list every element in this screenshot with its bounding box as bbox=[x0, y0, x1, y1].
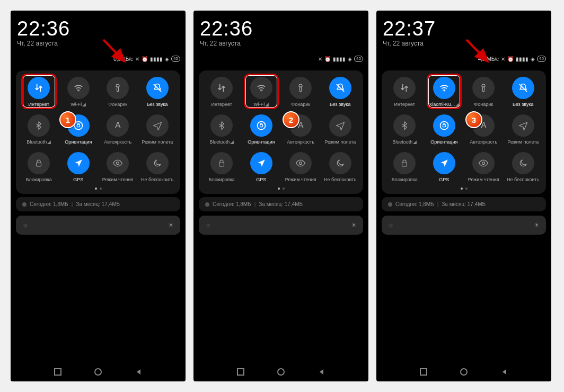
lock-rot-icon[interactable] bbox=[250, 114, 272, 137]
eye-icon[interactable] bbox=[289, 152, 312, 174]
tile-mute[interactable]: Без звука bbox=[321, 77, 360, 107]
back-button[interactable] bbox=[500, 368, 508, 376]
brightness-slider[interactable]: ☼☀ bbox=[16, 216, 180, 235]
tile-bt[interactable]: Bluetooth◢ bbox=[19, 114, 59, 145]
eye-icon[interactable] bbox=[472, 152, 495, 174]
svg-rect-5 bbox=[55, 369, 61, 375]
back-button[interactable] bbox=[134, 368, 143, 376]
svg-rect-10 bbox=[260, 124, 262, 127]
mute-icon[interactable] bbox=[329, 77, 351, 99]
wifi-icon[interactable] bbox=[67, 77, 90, 99]
lock-rot-icon[interactable] bbox=[67, 114, 90, 137]
A-icon[interactable]: A bbox=[289, 114, 312, 137]
tile-gps[interactable]: GPS bbox=[242, 152, 281, 182]
lock-icon[interactable] bbox=[28, 152, 50, 174]
brightness-slider[interactable]: ☼☀ bbox=[199, 216, 363, 235]
tile-orient[interactable]: Ориентация bbox=[425, 114, 464, 145]
tile-mute[interactable]: Без звука bbox=[138, 77, 178, 107]
usage-month: За месяц: 17,4МБ bbox=[442, 201, 486, 207]
back-button[interactable] bbox=[317, 368, 325, 376]
tile-bt[interactable]: Bluetooth◢ bbox=[202, 114, 242, 145]
eye-icon[interactable] bbox=[107, 152, 129, 174]
lock-icon[interactable] bbox=[210, 152, 233, 174]
tile-read[interactable]: Режим чтения bbox=[281, 152, 321, 182]
recent-apps-button[interactable] bbox=[236, 368, 245, 376]
tile-internet[interactable]: Интернет bbox=[385, 77, 425, 107]
tile-orient[interactable]: Ориентация bbox=[242, 114, 281, 145]
tile-gps[interactable]: GPS bbox=[59, 152, 99, 182]
flash-icon[interactable] bbox=[107, 77, 129, 99]
tile-dnd[interactable]: Не беспокоить bbox=[321, 152, 360, 182]
tile-dnd[interactable]: Не беспокоить bbox=[138, 152, 178, 182]
tile-lock[interactable]: Блокировка bbox=[19, 152, 59, 182]
wifi-icon[interactable] bbox=[250, 77, 272, 99]
tile-airplane[interactable]: Режим полета bbox=[321, 114, 360, 145]
data-usage-bar[interactable]: Сегодня: 1,8МБ|За месяц: 17,4МБ bbox=[199, 197, 363, 211]
tile-flash[interactable]: Фонарик bbox=[281, 77, 321, 107]
data-usage-bar[interactable]: Сегодня: 1,8МБ|За месяц: 17,4МБ bbox=[16, 197, 180, 211]
recent-apps-button[interactable] bbox=[54, 368, 62, 376]
tile-lock[interactable]: Блокировка bbox=[385, 152, 425, 182]
tile-label: Блокировка bbox=[392, 177, 418, 182]
brightness-slider[interactable]: ☼☀ bbox=[382, 216, 546, 235]
gps-icon[interactable] bbox=[67, 152, 90, 174]
lock-icon[interactable] bbox=[393, 152, 416, 174]
recent-apps-button[interactable] bbox=[419, 368, 428, 376]
tile-internet[interactable]: Интернет bbox=[202, 77, 242, 107]
moon-icon[interactable] bbox=[329, 152, 351, 174]
home-button[interactable] bbox=[277, 368, 285, 376]
tile-autob[interactable]: AАвтояркость bbox=[464, 114, 504, 145]
tile-label: Wi-Fi◢ bbox=[253, 102, 269, 107]
flash-icon[interactable] bbox=[472, 77, 495, 99]
tile-wifi[interactable]: Xiaomi-Ku...◢ bbox=[425, 77, 464, 107]
tile-orient[interactable]: Ориентация bbox=[59, 114, 99, 145]
tile-autob[interactable]: AАвтояркость bbox=[98, 114, 138, 145]
tile-dnd[interactable]: Не беспокоить bbox=[504, 152, 543, 182]
data-icon[interactable] bbox=[210, 77, 233, 99]
tile-wifi[interactable]: Wi-Fi◢ bbox=[59, 77, 99, 107]
tile-flash[interactable]: Фонарик bbox=[98, 77, 138, 107]
tile-airplane[interactable]: Режим полета bbox=[138, 114, 178, 145]
mute-icon[interactable] bbox=[146, 77, 169, 99]
data-usage-bar[interactable]: Сегодня: 1,8МБ|За месяц: 17,4МБ bbox=[382, 197, 546, 211]
svg-rect-18 bbox=[402, 163, 407, 166]
bt-icon[interactable] bbox=[28, 114, 50, 137]
tile-label: Автояркость bbox=[287, 139, 314, 145]
home-button[interactable] bbox=[460, 368, 468, 376]
tile-airplane[interactable]: Режим полета bbox=[504, 114, 543, 145]
date: Чт, 22 августа bbox=[383, 40, 545, 47]
data-icon[interactable] bbox=[393, 77, 416, 99]
gps-icon[interactable] bbox=[433, 152, 455, 174]
plane-icon[interactable] bbox=[329, 114, 351, 137]
tile-gps[interactable]: GPS bbox=[425, 152, 464, 182]
tile-read[interactable]: Режим чтения bbox=[464, 152, 504, 182]
svg-rect-13 bbox=[237, 369, 244, 375]
home-button[interactable] bbox=[94, 368, 102, 376]
gps-icon[interactable] bbox=[250, 152, 272, 174]
page-indicator bbox=[385, 188, 543, 190]
tile-read[interactable]: Режим чтения bbox=[98, 152, 138, 182]
moon-icon[interactable] bbox=[146, 152, 169, 174]
tile-autob[interactable]: AАвтояркость bbox=[281, 114, 321, 145]
tile-wifi[interactable]: Wi-Fi◢ bbox=[242, 77, 281, 107]
tile-flash[interactable]: Фонарик bbox=[464, 77, 504, 107]
clock: 22:36 bbox=[200, 19, 362, 39]
tile-lock[interactable]: Блокировка bbox=[202, 152, 242, 182]
tile-bt[interactable]: Bluetooth◢ bbox=[385, 114, 425, 145]
tile-mute[interactable]: Без звука bbox=[504, 77, 543, 107]
mute-icon[interactable] bbox=[512, 77, 534, 99]
data-icon[interactable] bbox=[28, 77, 50, 99]
wifi-icon[interactable] bbox=[433, 77, 455, 99]
A-icon[interactable]: A bbox=[107, 114, 129, 137]
plane-icon[interactable] bbox=[512, 114, 534, 137]
flash-icon[interactable] bbox=[289, 77, 312, 99]
svg-rect-11 bbox=[219, 163, 224, 166]
svg-point-9 bbox=[257, 122, 265, 130]
lock-rot-icon[interactable] bbox=[433, 114, 455, 137]
bt-icon[interactable] bbox=[393, 114, 416, 137]
moon-icon[interactable] bbox=[512, 152, 534, 174]
bt-icon[interactable] bbox=[210, 114, 233, 137]
plane-icon[interactable] bbox=[146, 114, 169, 137]
tile-internet[interactable]: Интернет bbox=[19, 77, 59, 107]
A-icon[interactable]: A bbox=[472, 114, 495, 137]
